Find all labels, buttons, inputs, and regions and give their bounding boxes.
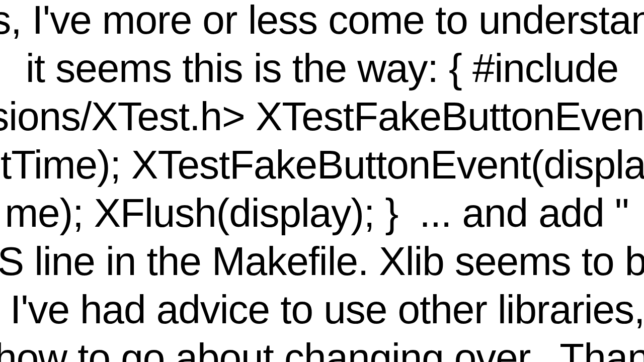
text-line-6: S line in the Makefile. Xlib seems to b xyxy=(0,237,644,286)
text-line-8: how to go about changing over. Than xyxy=(0,334,644,362)
text-line-4: ntTime); XTestFakeButtonEvent(display xyxy=(0,141,644,189)
text-line-1: es, I've more or less come to understand xyxy=(0,0,644,44)
text-line-7: I've had advice to use other libraries, xyxy=(0,286,644,334)
text-line-2: it seems this is the way: { #include xyxy=(0,44,644,93)
document-viewport: es, I've more or less come to understand… xyxy=(0,0,644,362)
text-line-3: sions/XTest.h> XTestFakeButtonEvent xyxy=(0,93,644,141)
text-line-5: me); XFlush(display); } ... and add " xyxy=(0,189,644,237)
